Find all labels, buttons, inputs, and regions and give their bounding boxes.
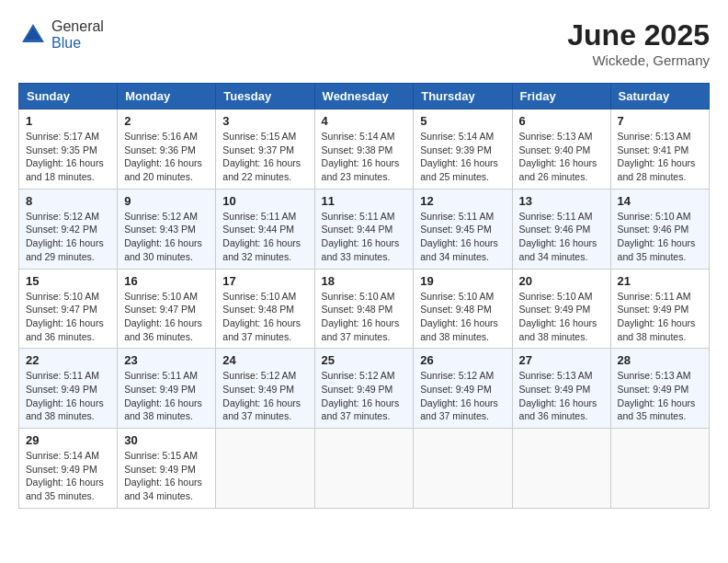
month-title: June 2025: [567, 18, 710, 52]
table-row: 13Sunrise: 5:11 AMSunset: 9:46 PMDayligh…: [512, 189, 610, 269]
title-block: June 2025 Wickede, Germany: [567, 18, 710, 68]
calendar-week-4: 22Sunrise: 5:11 AMSunset: 9:49 PMDayligh…: [19, 349, 710, 429]
table-row: [610, 429, 709, 509]
location: Wickede, Germany: [567, 52, 710, 68]
table-row: 21Sunrise: 5:11 AMSunset: 9:49 PMDayligh…: [610, 269, 709, 349]
table-row: 22Sunrise: 5:11 AMSunset: 9:49 PMDayligh…: [19, 349, 118, 429]
table-row: 30Sunrise: 5:15 AMSunset: 9:49 PMDayligh…: [118, 429, 216, 509]
table-row: 10Sunrise: 5:11 AMSunset: 9:44 PMDayligh…: [216, 189, 314, 269]
table-row: [314, 429, 414, 509]
calendar-week-5: 29Sunrise: 5:14 AMSunset: 9:49 PMDayligh…: [19, 429, 710, 509]
table-row: 7Sunrise: 5:13 AMSunset: 9:41 PMDaylight…: [610, 109, 709, 190]
table-row: 24Sunrise: 5:12 AMSunset: 9:49 PMDayligh…: [216, 349, 314, 429]
col-sunday: Sunday: [19, 84, 118, 109]
table-row: 11Sunrise: 5:11 AMSunset: 9:44 PMDayligh…: [314, 189, 414, 269]
col-wednesday: Wednesday: [314, 84, 414, 109]
table-row: 9Sunrise: 5:12 AMSunset: 9:43 PMDaylight…: [118, 189, 216, 269]
calendar-table: Sunday Monday Tuesday Wednesday Thursday…: [18, 83, 710, 509]
calendar-week-3: 15Sunrise: 5:10 AMSunset: 9:47 PMDayligh…: [19, 269, 710, 349]
table-row: 1Sunrise: 5:17 AMSunset: 9:35 PMDaylight…: [19, 109, 118, 190]
table-row: [216, 429, 314, 509]
table-row: 23Sunrise: 5:11 AMSunset: 9:49 PMDayligh…: [118, 349, 216, 429]
table-row: 14Sunrise: 5:10 AMSunset: 9:46 PMDayligh…: [610, 189, 709, 269]
col-monday: Monday: [118, 84, 216, 109]
table-row: [414, 429, 512, 509]
page-header: General Blue June 2025 Wickede, Germany: [18, 18, 710, 68]
table-row: 4Sunrise: 5:14 AMSunset: 9:38 PMDaylight…: [314, 109, 414, 190]
table-row: 18Sunrise: 5:10 AMSunset: 9:48 PMDayligh…: [314, 269, 414, 349]
table-row: 28Sunrise: 5:13 AMSunset: 9:49 PMDayligh…: [610, 349, 709, 429]
col-saturday: Saturday: [610, 84, 709, 109]
table-row: 5Sunrise: 5:14 AMSunset: 9:39 PMDaylight…: [414, 109, 512, 190]
table-row: [512, 429, 610, 509]
col-tuesday: Tuesday: [216, 84, 314, 109]
svg-rect-2: [26, 39, 40, 41]
table-row: 29Sunrise: 5:14 AMSunset: 9:49 PMDayligh…: [19, 429, 118, 509]
table-row: 3Sunrise: 5:15 AMSunset: 9:37 PMDaylight…: [216, 109, 314, 190]
table-row: 2Sunrise: 5:16 AMSunset: 9:36 PMDaylight…: [118, 109, 216, 190]
table-row: 12Sunrise: 5:11 AMSunset: 9:45 PMDayligh…: [414, 189, 512, 269]
table-row: 17Sunrise: 5:10 AMSunset: 9:48 PMDayligh…: [216, 269, 314, 349]
header-row: Sunday Monday Tuesday Wednesday Thursday…: [19, 84, 710, 109]
table-row: 8Sunrise: 5:12 AMSunset: 9:42 PMDaylight…: [19, 189, 118, 269]
table-row: 16Sunrise: 5:10 AMSunset: 9:47 PMDayligh…: [118, 269, 216, 349]
table-row: 27Sunrise: 5:13 AMSunset: 9:49 PMDayligh…: [512, 349, 610, 429]
col-friday: Friday: [512, 84, 610, 109]
logo-icon: [18, 20, 48, 50]
logo: General Blue: [18, 18, 104, 51]
logo-blue-text: Blue: [51, 35, 81, 51]
table-row: 25Sunrise: 5:12 AMSunset: 9:49 PMDayligh…: [314, 349, 414, 429]
calendar-week-1: 1Sunrise: 5:17 AMSunset: 9:35 PMDaylight…: [19, 109, 710, 190]
table-row: 20Sunrise: 5:10 AMSunset: 9:49 PMDayligh…: [512, 269, 610, 349]
table-row: 15Sunrise: 5:10 AMSunset: 9:47 PMDayligh…: [19, 269, 118, 349]
col-thursday: Thursday: [414, 84, 512, 109]
calendar-week-2: 8Sunrise: 5:12 AMSunset: 9:42 PMDaylight…: [19, 189, 710, 269]
table-row: 19Sunrise: 5:10 AMSunset: 9:48 PMDayligh…: [414, 269, 512, 349]
table-row: 26Sunrise: 5:12 AMSunset: 9:49 PMDayligh…: [414, 349, 512, 429]
table-row: 6Sunrise: 5:13 AMSunset: 9:40 PMDaylight…: [512, 109, 610, 190]
logo-general-text: General: [51, 18, 104, 34]
